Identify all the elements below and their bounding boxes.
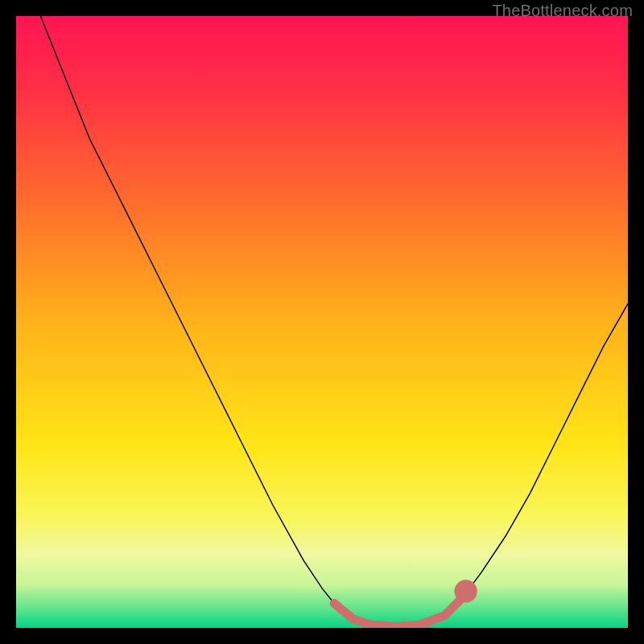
chart-container: TheBottleneck.com — [0, 0, 644, 644]
bottleneck-chart — [16, 16, 628, 628]
marker-optimal-dot — [454, 580, 477, 602]
gradient-background — [16, 16, 628, 628]
plot-area — [16, 16, 628, 628]
marker-layer — [454, 580, 477, 602]
